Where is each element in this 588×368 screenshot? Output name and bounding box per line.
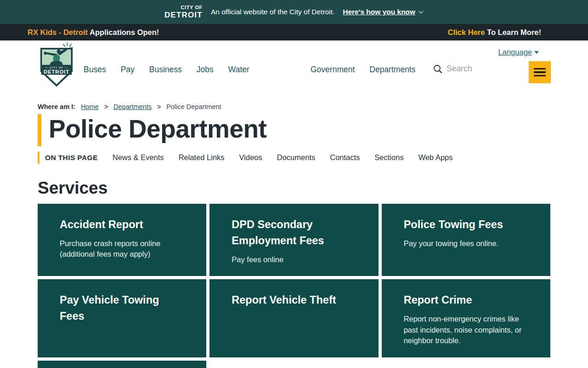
nav-item-water[interactable]: Water: [228, 65, 249, 75]
search-box[interactable]: [433, 63, 487, 74]
menu-button[interactable]: [529, 61, 551, 83]
nav-item-jobs[interactable]: Jobs: [197, 65, 214, 75]
otp-link-news-events[interactable]: News & Events: [113, 153, 164, 162]
click-here-link[interactable]: Click Here: [448, 28, 485, 36]
chevron-down-icon: [418, 11, 424, 14]
service-card-title: DPD Secondary Employment Fees: [232, 217, 356, 249]
official-banner: CITY OF DETROIT An official website of t…: [0, 0, 588, 24]
search-input[interactable]: [446, 63, 487, 74]
page-title-block: Police Department: [38, 114, 550, 146]
primary-nav: Buses Pay Business Jobs Water: [84, 65, 249, 75]
service-card-partial[interactable]: [38, 361, 206, 368]
breadcrumb: Where am I: Home > Departments > Police …: [38, 103, 550, 110]
banner-wordmark-detroit: DETROIT: [164, 11, 203, 20]
breadcrumb-label: Where am I:: [38, 103, 75, 110]
alert-right: Click Here To Learn More!: [448, 28, 541, 37]
service-card-report-vehicle-theft[interactable]: Report Vehicle Theft: [209, 279, 378, 357]
breadcrumb-separator-icon: >: [157, 103, 161, 110]
service-card-pay-vehicle-towing-fees[interactable]: Pay Vehicle Towing Fees: [38, 279, 206, 357]
nav-item-government[interactable]: Government: [311, 65, 355, 75]
alert-right-text: To Learn More!: [487, 28, 541, 36]
otp-link-related-links[interactable]: Related Links: [179, 153, 225, 162]
official-website-text: An official website of the City of Detro…: [211, 8, 334, 16]
hamburger-icon: [534, 68, 546, 70]
language-dropdown[interactable]: Language: [498, 48, 539, 57]
secondary-nav: Government Departments: [311, 65, 415, 75]
service-card-police-towing-fees[interactable]: Police Towing Fees Pay your towing fees …: [382, 204, 550, 276]
alert-left-text: Applications Open!: [90, 28, 159, 36]
breadcrumb-separator-icon: >: [104, 103, 108, 110]
service-card-title: Accident Report: [60, 217, 184, 233]
service-card-dpd-secondary-employment-fees[interactable]: DPD Secondary Employment Fees Pay fees o…: [209, 204, 378, 276]
service-card-title: Pay Vehicle Towing Fees: [60, 292, 184, 324]
service-card-description: Report non-emergency crimes like past in…: [404, 314, 528, 346]
nav-item-business[interactable]: Business: [149, 65, 182, 75]
service-card-report-crime[interactable]: Report Crime Report non-emergency crimes…: [382, 279, 550, 357]
nav-item-pay[interactable]: Pay: [121, 65, 135, 75]
rx-kids-link[interactable]: RX Kids - Detroit: [28, 28, 88, 36]
search-icon: [433, 64, 443, 74]
services-heading: Services: [38, 178, 550, 198]
on-this-page-nav: ON THIS PAGE News & Events Related Links…: [38, 152, 550, 164]
service-card-description: Pay fees online: [232, 254, 356, 265]
service-card-title: Report Crime: [404, 292, 528, 308]
heres-how-you-know-link[interactable]: Here's how you know: [343, 8, 424, 16]
svg-text:DETROIT: DETROIT: [44, 69, 69, 75]
alert-bar: RX Kids - Detroit Applications Open! Cli…: [0, 24, 588, 40]
service-card-title: Police Towing Fees: [404, 217, 528, 233]
banner-wordmark: CITY OF DETROIT: [164, 5, 203, 19]
services-grid: Accident Report Purchase crash reports o…: [38, 204, 550, 368]
alert-left: RX Kids - Detroit Applications Open!: [28, 28, 159, 37]
service-card-accident-report[interactable]: Accident Report Purchase crash reports o…: [38, 204, 206, 276]
banner-wordmark-city-of: CITY OF: [181, 5, 203, 11]
service-card-title: Report Vehicle Theft: [232, 292, 356, 308]
otp-link-contacts[interactable]: Contacts: [330, 153, 360, 162]
on-this-page-label: ON THIS PAGE: [38, 152, 98, 164]
service-card-description: Purchase crash reports online (additiona…: [60, 238, 184, 260]
heres-how-you-know-label: Here's how you know: [343, 8, 415, 16]
nav-item-buses[interactable]: Buses: [84, 65, 106, 75]
nav-item-departments[interactable]: Departments: [369, 65, 415, 75]
breadcrumb-link-departments[interactable]: Departments: [113, 103, 152, 110]
caret-down-icon: [534, 51, 539, 54]
otp-link-sections[interactable]: Sections: [374, 153, 403, 162]
otp-link-videos[interactable]: Videos: [239, 153, 262, 162]
breadcrumb-link-home[interactable]: Home: [81, 103, 99, 110]
language-label: Language: [498, 48, 532, 57]
breadcrumb-current: Police Department: [166, 103, 221, 110]
site-header: — CITY OF — DETROIT Buses Pay Business J…: [0, 40, 588, 92]
page-title: Police Department: [49, 116, 550, 143]
otp-link-web-apps[interactable]: Web Apps: [418, 153, 453, 162]
service-card-description: Pay your towing fees online.: [404, 238, 528, 249]
otp-link-documents[interactable]: Documents: [277, 153, 315, 162]
city-of-detroit-logo[interactable]: — CITY OF — DETROIT: [38, 42, 75, 90]
